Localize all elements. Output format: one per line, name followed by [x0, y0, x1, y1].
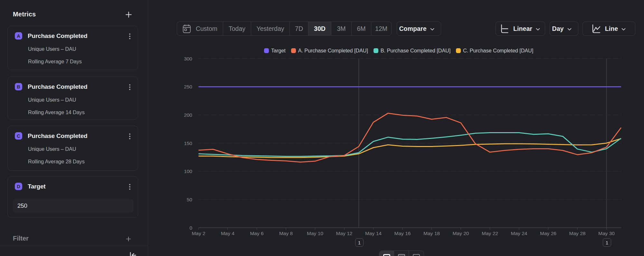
svg-text:May 18: May 18 — [423, 231, 440, 236]
svg-text:250: 250 — [184, 84, 192, 89]
svg-text:May 10: May 10 — [307, 231, 323, 236]
svg-text:May 20: May 20 — [453, 231, 469, 236]
svg-text:May 22: May 22 — [482, 231, 498, 236]
svg-text:May 6: May 6 — [250, 231, 263, 236]
svg-text:100: 100 — [184, 169, 192, 174]
svg-text:May 16: May 16 — [394, 231, 411, 236]
svg-text:May 28: May 28 — [569, 231, 586, 236]
svg-text:May 2: May 2 — [192, 231, 205, 236]
svg-text:May 26: May 26 — [540, 231, 556, 236]
svg-text:50: 50 — [187, 197, 193, 202]
svg-text:200: 200 — [184, 112, 192, 118]
svg-text:May 14: May 14 — [365, 231, 382, 236]
svg-text:150: 150 — [184, 141, 192, 146]
svg-text:0: 0 — [189, 225, 192, 231]
svg-text:May 8: May 8 — [279, 231, 293, 236]
svg-text:300: 300 — [184, 56, 192, 61]
svg-text:May 4: May 4 — [221, 231, 235, 236]
svg-text:May 12: May 12 — [336, 231, 353, 236]
svg-text:May 30: May 30 — [598, 231, 615, 236]
svg-text:May 24: May 24 — [511, 231, 527, 236]
